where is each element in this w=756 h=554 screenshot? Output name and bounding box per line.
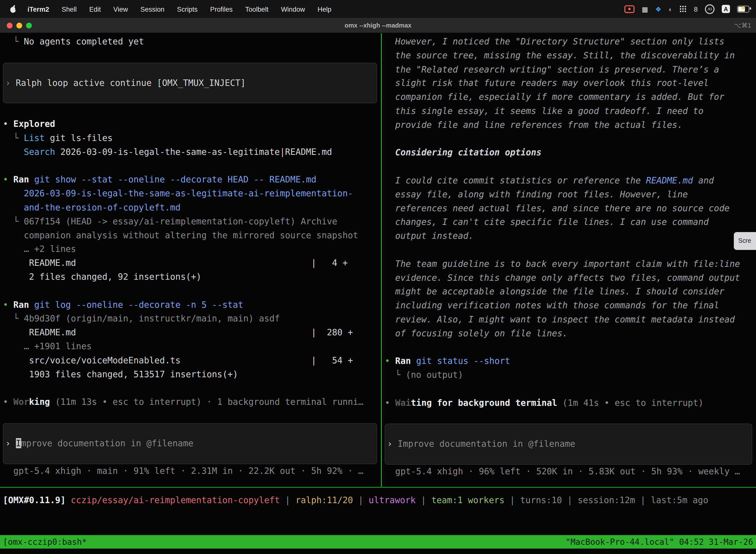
zoom-button[interactable] [26,22,32,28]
terminal-line: • Ran git show --stat --oneline --decora… [3,173,381,187]
menu-item-scripts[interactable]: Scripts [171,5,204,13]
terminal-line [3,381,381,395]
terminal-line [3,409,381,423]
terminal-line: README.md | 280 + [3,326,381,340]
terminal-line: companion file, especially if more comme… [385,90,756,104]
app-icon-blue[interactable]: ❖ [655,5,661,12]
menu-item-view[interactable]: View [107,5,134,13]
screen-overlay-tab[interactable]: Scre [734,232,756,250]
terminal-line: provide file and line references from th… [385,118,756,132]
traffic-lights [0,22,32,28]
menu-item-profiles[interactable]: Profiles [204,5,239,13]
terminal-line: 2 files changed, 92 insertions(+) [3,270,381,284]
window-shortcut-hint: ⌥⌘1 [734,21,751,29]
battery-icon[interactable]: ⚡ [737,5,749,12]
terminal-line: this single essay, it seems like a good … [385,104,756,118]
right-scrollback-body: However, I noticed the "Directory Struct… [385,35,756,424]
left-input-box[interactable]: › Improve documentation in @filename [3,423,377,464]
terminal: └ No agents completed yet › Ralph loop a… [0,33,756,554]
terminal-line [385,382,756,396]
terminal-line: [OMX#0.11.9] cczip/essay/ai-reimplementa… [3,494,708,508]
terminal-line [385,340,756,354]
terminal-line: I could cite commit statistics or refere… [385,174,756,188]
close-button[interactable] [7,22,12,28]
terminal-line: including verification notes with those … [385,299,756,313]
terminal-line: changes, I can't cite specific file line… [385,215,756,229]
terminal-line: • Working (11m 13s • esc to interrupt) ·… [3,395,381,409]
menu-item-window[interactable]: Window [275,5,311,13]
left-scrollback-top: └ No agents completed yet [3,35,381,63]
right-input-box[interactable]: › Improve documentation in @filename [385,424,752,465]
right-pane: However, I noticed the "Directory Struct… [382,33,756,487]
terminal-line: src/voice/voiceModeEnabled.ts | 54 + [3,353,381,367]
terminal-line: • Explored [3,117,381,131]
screen-recording-icon[interactable] [624,5,634,13]
right-input-line[interactable]: › Improve documentation in @filename [387,437,750,451]
screen: iTerm2 Shell Edit View Session Scripts P… [0,0,756,554]
terminal-line: the source tree, missing the essay. Stil… [385,49,756,63]
inject-status-box: › Ralph loop active continue [OMX_TMUX_I… [3,63,377,104]
omx-status-line: [OMX#0.11.9] cczip/essay/ai-reimplementa… [3,494,708,508]
terminal-line: › Improve documentation in @filename [387,437,750,451]
terminal-line: The team guideline is to back every impo… [385,257,756,271]
terminal-line [3,49,381,63]
menu-bar: iTerm2 Shell Edit View Session Scripts P… [0,0,756,18]
terminal-line: companion analysis without altering the … [3,229,381,242]
app-icon-dark[interactable]: ◐ [669,5,673,12]
terminal-line: … +1901 lines [3,340,381,353]
terminal-line: Search 2026-03-09-is-legal-the-same-as-l… [3,145,381,159]
terminal-line: › Improve documentation in @filename [5,437,375,450]
terminal-line: Considering citation options [385,146,756,160]
terminal-line: └ No agents completed yet [3,35,381,49]
bottom-pane-divider [0,487,756,488]
tmux-host-clock: "MacBook-Pro-44.local" 04:52 31-Mar-26 [566,535,753,549]
terminal-line: evidence. Since this change only affects… [385,271,756,285]
menu-item-toolbelt[interactable]: Toolbelt [239,5,274,13]
menu-item-shell[interactable]: Shell [55,5,83,13]
left-scrollback-body: • Explored └ List git ls-files Search 20… [3,104,381,423]
terminal-line: slight risk that future readers may over… [385,76,756,90]
terminal-line: gpt-5.4 xhigh · 96% left · 520K in · 5.8… [385,465,756,479]
input-source-icon[interactable]: A [722,5,730,13]
terminal-line: essay file, along with finding root file… [385,188,756,202]
terminal-line: └ List git ls-files [3,131,381,145]
terminal-line: └ 067f154 (HEAD -> essay/ai-reimplementa… [3,215,381,229]
terminal-line: and-the-erosion-of-copyleft.md [3,201,381,215]
window-title-bar: omx --xhigh --madmax ⌥⌘1 [0,18,756,33]
gauge-icon[interactable]: .61 [705,4,714,14]
terminal-line [3,104,381,117]
window-title: omx --xhigh --madmax [0,21,756,29]
terminal-line: might be acceptable alongside the file l… [385,285,756,299]
menu-item-edit[interactable]: Edit [83,5,107,13]
right-session-status: gpt-5.4 xhigh · 96% left · 520K in · 5.8… [385,465,756,479]
menu-item-help[interactable]: Help [311,5,338,13]
minimize-button[interactable] [16,22,22,28]
inject-status-line: › Ralph loop active continue [OMX_TMUX_I… [5,76,375,90]
terminal-line: review. Also, I might want to inspect th… [385,313,756,327]
terminal-line [385,243,756,257]
left-input-line[interactable]: › Improve documentation in @filename [5,437,375,450]
terminal-line: references need actual files, and since … [385,202,756,215]
apple-logo-icon[interactable] [7,5,21,13]
terminal-line: 2026-03-09-is-legal-the-same-as-legitima… [3,187,381,201]
terminal-line [385,160,756,174]
tmux-session-label: [omx-cczip0:bash* [3,535,87,549]
left-session-status: gpt-5.4 xhigh · main · 91% left · 2.31M … [3,464,381,478]
window-grid-icon[interactable]: ▦ [642,5,648,12]
menu-item-iterm2[interactable]: iTerm2 [21,5,56,13]
terminal-line: └ (no output) [385,368,756,382]
terminal-line: • Waiting for background terminal (1m 41… [385,396,756,410]
menu-item-session[interactable]: Session [134,5,171,13]
terminal-line: gpt-5.4 xhigh · main · 91% left · 2.31M … [3,464,381,478]
tmux-status-bar: [omx-cczip0:bash* "MacBook-Pro-44.local"… [0,535,756,549]
terminal-line: the "Related research writing" section i… [385,63,756,76]
terminal-line: 1903 files changed, 513517 insertions(+) [3,367,381,381]
app-icon-eight[interactable]: 8 [694,5,698,12]
charging-bolt-icon: ⚡ [740,5,746,10]
terminal-line [3,284,381,298]
apps-grid-icon[interactable] [680,5,687,12]
terminal-line: However, I noticed the "Directory Struct… [385,35,756,49]
menu-bar-status-icons: ▦ ❖ ◐ 8 .61 A ⚡ [624,4,749,14]
terminal-line: README.md | 4 + [3,257,381,270]
left-pane: └ No agents completed yet › Ralph loop a… [0,33,381,487]
